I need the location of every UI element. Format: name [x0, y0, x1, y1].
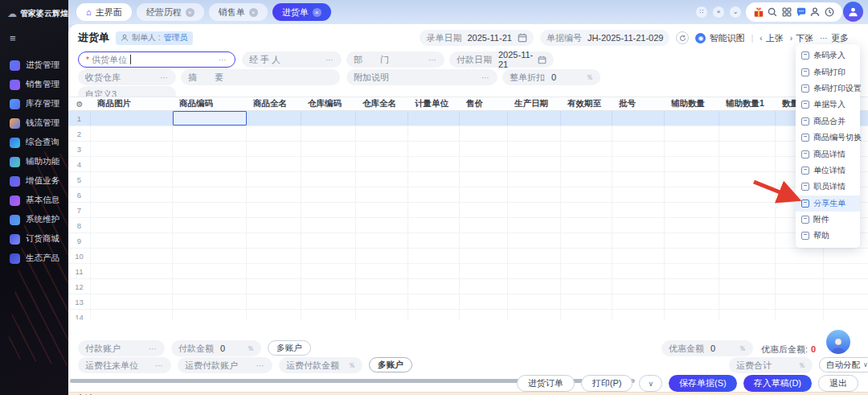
cell-售价[interactable]	[460, 157, 508, 171]
cell-批号[interactable]	[612, 142, 665, 156]
cell-计量单位[interactable]	[408, 249, 460, 263]
department-input[interactable]: 部 门 ⋯	[346, 51, 444, 68]
cell-仓库编码[interactable]	[301, 310, 356, 319]
cell-商品图片[interactable]	[91, 264, 173, 278]
refresh-doc-number-icon[interactable]	[676, 31, 689, 44]
collapse-window-icon[interactable]: ⌄	[730, 6, 741, 18]
cell-商品编码[interactable]	[173, 218, 247, 232]
drag-handle-icon[interactable]: ∷	[696, 6, 707, 18]
user-avatar[interactable]	[843, 2, 863, 22]
cell-生产日期[interactable]	[508, 279, 561, 294]
cell-售价[interactable]	[460, 142, 508, 156]
cell-计量单位[interactable]	[408, 233, 460, 248]
sidebar-item-基本信息[interactable]: 基本信息	[0, 191, 68, 210]
cell-辅助数量[interactable]	[665, 111, 719, 125]
cell-仓库全名[interactable]	[356, 310, 408, 319]
cell-商品全名[interactable]	[247, 218, 301, 232]
cell-仓库全名[interactable]	[356, 218, 408, 232]
menu-item-单位详情[interactable]: 单位详情	[796, 163, 860, 179]
cell-有效期至[interactable]	[561, 294, 612, 309]
more-button[interactable]: ⋯ 更多	[820, 32, 849, 44]
save-button[interactable]: 保存单据(S)	[669, 375, 737, 392]
cell-辅助数量[interactable]	[665, 126, 719, 141]
print-button[interactable]: 打印(P)	[581, 375, 633, 392]
tab-close-icon[interactable]: ×	[186, 8, 194, 17]
cell-商品图片[interactable]	[91, 249, 173, 263]
cell-商品图片[interactable]	[91, 233, 173, 248]
prev-doc-button[interactable]: ‹ 上张	[760, 32, 783, 44]
freight-account-picker-icon[interactable]: ⋯	[256, 361, 265, 370]
cell-批号[interactable]	[612, 218, 665, 232]
print-options-dropdown[interactable]: ∨	[639, 375, 662, 392]
handler-picker-icon[interactable]: ⋯	[326, 56, 334, 64]
cell-有效期至[interactable]	[561, 157, 612, 171]
cell-商品图片[interactable]	[91, 157, 173, 171]
cell-售价[interactable]	[460, 126, 508, 141]
cell-辅助数量[interactable]	[665, 142, 719, 156]
cell-仓库编码[interactable]	[301, 111, 356, 125]
cell-辅助数量1[interactable]	[719, 249, 776, 263]
column-header-批号[interactable]: 批号	[612, 98, 665, 109]
tab-close-icon[interactable]: ×	[313, 8, 321, 17]
cell-仓库编码[interactable]	[301, 279, 356, 294]
cell-辅助数量[interactable]	[665, 264, 719, 278]
note-picker-icon[interactable]: ⋯	[481, 73, 490, 82]
cell-仓库编码[interactable]	[301, 187, 356, 202]
cell-售价[interactable]	[460, 294, 508, 309]
freight-account-input[interactable]: 运费付款账户 ⋯	[178, 357, 272, 373]
multi-account-button-2[interactable]: 多账户	[369, 357, 412, 372]
menu-item-商品编号切换[interactable]: 商品编号切换	[796, 130, 860, 146]
menu-item-附件[interactable]: 附件	[796, 212, 860, 228]
cell-数量[interactable]	[776, 310, 824, 319]
cell-生产日期[interactable]	[508, 249, 561, 263]
column-header-商品图片[interactable]: 商品图片	[91, 98, 173, 109]
cell-仓库全名[interactable]	[356, 111, 408, 125]
cell-有效期至[interactable]	[561, 172, 612, 187]
cell-仓库编码[interactable]	[301, 294, 356, 309]
cell-仓库全名[interactable]	[356, 203, 408, 217]
cell-辅助数量1[interactable]	[719, 172, 776, 187]
sidebar-item-生态产品[interactable]: 生态产品	[0, 249, 68, 268]
sidebar-item-订货商城[interactable]: 订货商城	[0, 229, 68, 249]
cell-生产日期[interactable]	[508, 218, 561, 232]
cell-商品全名[interactable]	[247, 249, 301, 263]
department-picker-icon[interactable]: ⋯	[428, 56, 437, 64]
sidebar-item-系统维护[interactable]: 系统维护	[0, 210, 68, 229]
cell-商品编码[interactable]	[173, 126, 247, 141]
cell-仓库全名[interactable]	[356, 279, 408, 294]
cell-商品图片[interactable]	[91, 310, 173, 319]
cell-仓库全名[interactable]	[356, 233, 408, 248]
handler-input[interactable]: 经 手 人 ⋯	[242, 51, 342, 68]
cell-商品全名[interactable]	[247, 279, 301, 294]
cell-生产日期[interactable]	[508, 142, 561, 156]
cell-有效期至[interactable]	[561, 126, 612, 141]
save-draft-button[interactable]: 存入草稿(D)	[743, 375, 812, 392]
cell-售价[interactable]	[460, 218, 508, 232]
cell-生产日期[interactable]	[508, 294, 561, 309]
supplier-picker-icon[interactable]: ⋯	[219, 56, 227, 64]
cell-商品全名[interactable]	[247, 294, 301, 309]
cell-商品全名[interactable]	[247, 264, 301, 278]
cell-计量单位[interactable]	[408, 111, 460, 125]
cell-有效期至[interactable]	[561, 111, 612, 125]
cell-生产日期[interactable]	[508, 310, 561, 319]
cell-仓库编码[interactable]	[301, 126, 356, 141]
cell-商品全名[interactable]	[247, 111, 301, 125]
cell-商品图片[interactable]	[91, 279, 173, 294]
cell-辅助数量1[interactable]	[719, 310, 776, 319]
supplier-input[interactable]: * 供货单位 ⋯	[78, 51, 235, 68]
cell-数量[interactable]	[776, 294, 824, 309]
cell-售价[interactable]	[460, 279, 508, 294]
pay-account-input[interactable]: 付款账户 ⋯	[78, 340, 165, 356]
cell-辅助数量[interactable]	[665, 294, 719, 309]
cell-商品编码[interactable]	[173, 111, 247, 125]
tab-4[interactable]: 进货单×	[272, 3, 331, 21]
column-header-生产日期[interactable]: 生产日期	[508, 98, 561, 109]
menu-item-商品详情[interactable]: 商品详情	[796, 146, 860, 162]
cell-计量单位[interactable]	[408, 294, 460, 309]
cell-仓库全名[interactable]	[356, 294, 408, 309]
cell-有效期至[interactable]	[561, 142, 612, 156]
menu-item-条码录入[interactable]: 条码录入	[796, 47, 860, 64]
column-header-辅助数量[interactable]: 辅助数量	[665, 98, 719, 109]
cell-有效期至[interactable]	[561, 187, 612, 202]
